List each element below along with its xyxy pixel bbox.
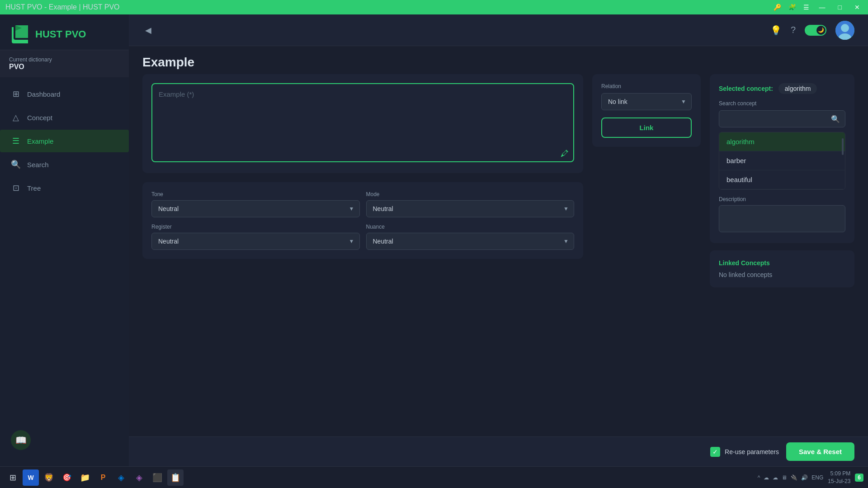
systray-cloud2[interactable]: ☁ xyxy=(773,474,778,481)
current-dict-label: Current dictionary xyxy=(9,56,120,63)
mode-group: Mode Neutral Spoken Written ▼ xyxy=(366,191,575,217)
systray-cloud[interactable]: ☁ xyxy=(764,474,769,481)
maximize-button[interactable]: □ xyxy=(835,3,844,12)
systray-expand[interactable]: ^ xyxy=(758,474,760,481)
tone-group: Tone Neutral Formal Informal ▼ xyxy=(151,191,360,217)
taskbar-powerpoint[interactable]: P xyxy=(95,469,111,486)
concept-list-item-beautiful[interactable]: beautiful xyxy=(719,170,845,189)
reuse-parameters-toggle[interactable]: ✓ Re-use parameters xyxy=(710,447,779,457)
concept-icon: △ xyxy=(11,113,21,122)
nuance-group: Nuance Neutral Positive Negative ▼ xyxy=(366,224,575,250)
time-display: 5:09 PM xyxy=(828,470,850,478)
taskbar-icon8[interactable]: ⬛ xyxy=(149,469,165,486)
search-concept-label: Search concept xyxy=(719,100,845,107)
nuance-label: Nuance xyxy=(366,224,575,230)
relation-card: Relation No link Synonym Antonym Related… xyxy=(592,74,701,147)
mode-select[interactable]: Neutral Spoken Written xyxy=(366,200,575,217)
selected-concept-label: Selected concept: xyxy=(719,85,773,92)
linked-concepts-panel: Linked Concepts No linked concepts xyxy=(710,250,854,287)
description-textarea[interactable] xyxy=(719,205,845,232)
svg-point-1 xyxy=(841,24,849,32)
example-textarea-wrapper: 🖍 xyxy=(151,83,574,164)
taskbar-active-app[interactable]: 📋 xyxy=(167,469,184,486)
nuance-dropdown-wrapper: Neutral Positive Negative ▼ xyxy=(366,233,575,250)
taskbar-lang[interactable]: ENG xyxy=(811,474,823,481)
description-label: Description xyxy=(719,196,845,202)
sidebar-bottom: 📖 xyxy=(0,423,129,457)
concept-panel: Selected concept: algorithm Search conce… xyxy=(710,74,854,243)
concept-panel-header: Selected concept: algorithm xyxy=(719,83,845,94)
current-dict-value: PVO xyxy=(9,63,120,71)
sidebar-item-example[interactable]: ☰ Example xyxy=(0,130,129,152)
sidebar-item-label-tree: Tree xyxy=(27,184,41,192)
menu-icon[interactable]: ☰ xyxy=(803,4,809,11)
concept-list-item-algorithm[interactable]: algorithm xyxy=(719,132,845,151)
example-card: 🖍 xyxy=(142,74,583,173)
systray-volume[interactable]: 🔊 xyxy=(801,474,808,481)
close-button[interactable]: ✕ xyxy=(852,3,863,12)
taskbar-word[interactable]: W xyxy=(23,469,39,486)
search-concept-input[interactable] xyxy=(719,110,845,127)
tone-label: Tone xyxy=(151,191,360,197)
sidebar: HUST PVO Current dictionary PVO ⊞ Dashbo… xyxy=(0,14,129,466)
navigation: ⊞ Dashboard △ Concept ☰ Example 🔍 Search… xyxy=(0,82,129,423)
concept-list-item-barber[interactable]: barber xyxy=(719,151,845,170)
app-body: HUST PVO Current dictionary PVO ⊞ Dashbo… xyxy=(0,14,868,466)
tone-select[interactable]: Neutral Formal Informal xyxy=(151,200,360,217)
dropdowns-card: Tone Neutral Formal Informal ▼ Mode xyxy=(142,182,583,259)
content-area: 🖍 Tone Neutral Formal Informal ▼ xyxy=(129,74,868,436)
scroll-indicator xyxy=(842,138,844,155)
start-button[interactable]: ⊞ xyxy=(5,469,21,486)
sidebar-item-dashboard[interactable]: ⊞ Dashboard xyxy=(0,83,129,105)
logo-text: HUST PVO xyxy=(35,28,86,40)
help-icon[interactable]: ? xyxy=(791,25,796,35)
taskbar-icon7[interactable]: ◈ xyxy=(131,469,147,486)
page-title: Example xyxy=(142,55,854,70)
notification-badge[interactable]: 6 xyxy=(855,474,863,482)
register-group: Register Neutral Formal Informal ▼ xyxy=(151,224,360,250)
highlighter-icon: 🖍 xyxy=(561,149,569,159)
example-textarea[interactable] xyxy=(151,83,574,162)
taskbar-right: ^ ☁ ☁ 🖥 🔌 🔊 ENG 5:09 PM 15-Jul-23 6 xyxy=(758,470,863,485)
systray-icon3[interactable]: 🖥 xyxy=(782,474,787,481)
logo-icon xyxy=(9,23,31,45)
right-column: Selected concept: algorithm Search conce… xyxy=(710,74,854,427)
selected-concept-badge: algorithm xyxy=(778,83,817,94)
taskbar-vscode[interactable]: ◈ xyxy=(113,469,129,486)
sidebar-item-concept[interactable]: △ Concept xyxy=(0,106,129,129)
sidebar-item-tree[interactable]: ⊡ Tree xyxy=(0,177,129,199)
bottom-bar: ✓ Re-use parameters Save & Reset xyxy=(129,436,868,466)
nuance-select[interactable]: Neutral Positive Negative xyxy=(366,233,575,250)
register-label: Register xyxy=(151,224,360,230)
book-icon-button[interactable]: 📖 xyxy=(11,430,31,450)
sidebar-item-search[interactable]: 🔍 Search xyxy=(0,153,129,176)
lightbulb-icon[interactable]: 💡 xyxy=(770,25,782,36)
sidebar-item-label-search: Search xyxy=(27,161,49,169)
window-title: HUST PVO - Example | HUST PVO xyxy=(5,3,120,11)
theme-toggle[interactable]: 🌙 xyxy=(805,25,826,36)
taskbar: ⊞ W 🦁 🎯 📁 P ◈ ◈ ⬛ 📋 ^ ☁ ☁ 🖥 🔌 🔊 ENG 5:09… xyxy=(0,466,868,488)
taskbar-explorer[interactable]: 📁 xyxy=(77,469,93,486)
sidebar-item-label-dashboard: Dashboard xyxy=(27,90,60,98)
search-concept-icon: 🔍 xyxy=(831,115,840,123)
systray-icon4[interactable]: 🔌 xyxy=(791,474,797,481)
search-concept-wrapper: 🔍 xyxy=(719,110,845,127)
register-select[interactable]: Neutral Formal Informal xyxy=(151,233,360,250)
puzzle-icon[interactable]: 🧩 xyxy=(788,4,796,11)
link-button[interactable]: Link xyxy=(601,117,692,138)
relation-select[interactable]: No link Synonym Antonym Related xyxy=(601,93,692,110)
collapse-sidebar-button[interactable]: ◀ xyxy=(142,23,154,38)
user-avatar[interactable] xyxy=(835,21,854,40)
minimize-button[interactable]: — xyxy=(816,3,828,12)
logo: HUST PVO xyxy=(9,23,120,45)
search-icon: 🔍 xyxy=(11,160,21,169)
taskbar-icon3[interactable]: 🎯 xyxy=(59,469,75,486)
page-title-bar: Example xyxy=(129,46,868,74)
sidebar-item-label-concept: Concept xyxy=(27,114,52,122)
taskbar-left: ⊞ W 🦁 🎯 📁 P ◈ ◈ ⬛ 📋 xyxy=(5,469,184,486)
dashboard-icon: ⊞ xyxy=(11,89,21,99)
save-reset-button[interactable]: Save & Reset xyxy=(786,442,854,461)
key-icon[interactable]: 🔑 xyxy=(774,4,781,11)
linked-concepts-title: Linked Concepts xyxy=(719,259,845,267)
taskbar-brave[interactable]: 🦁 xyxy=(41,469,57,486)
